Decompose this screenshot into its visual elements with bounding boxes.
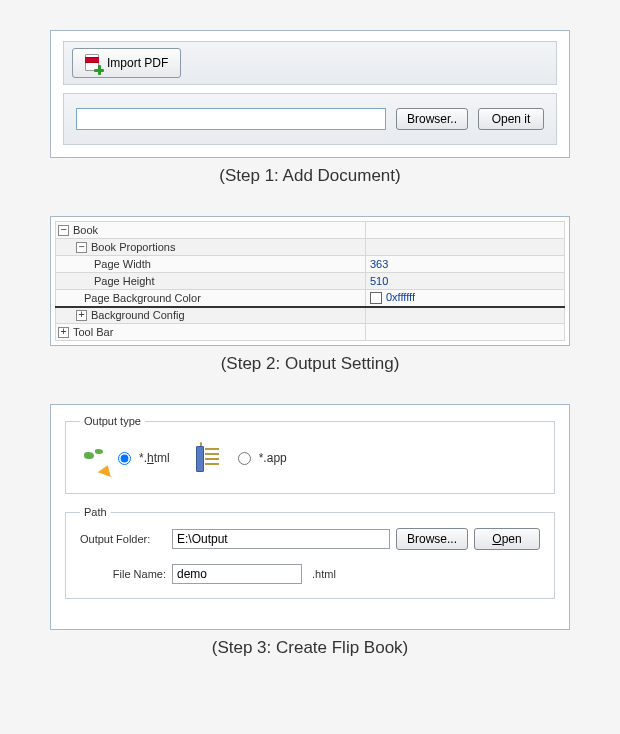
file-name-label: File Name: xyxy=(102,568,166,580)
output-type-legend: Output type xyxy=(80,415,145,427)
import-pdf-button[interactable]: Import PDF xyxy=(72,48,181,78)
tree-row-bg-config[interactable]: +Background Config xyxy=(56,307,565,324)
output-type-html-label: *.html xyxy=(139,451,170,465)
step3-caption: (Step 3: Create Flip Book) xyxy=(50,638,570,658)
color-swatch-icon[interactable] xyxy=(370,292,382,304)
tree-label: Page Background Color xyxy=(84,292,201,304)
output-type-group: Output type *.html *.app xyxy=(65,415,555,494)
output-type-html-radio[interactable] xyxy=(118,452,131,465)
preview-swatch xyxy=(317,437,407,479)
browser-button[interactable]: Browser.. xyxy=(396,108,468,130)
tree-label: Page Height xyxy=(94,275,155,287)
app-package-icon xyxy=(200,443,230,473)
step1-caption: (Step 1: Add Document) xyxy=(50,166,570,186)
expand-icon[interactable]: + xyxy=(76,310,87,321)
globe-icon xyxy=(80,443,110,473)
tree-row-book[interactable]: −Book xyxy=(56,222,565,239)
step3-panel: Output type *.html *.app Path Output Fol… xyxy=(50,404,570,630)
tree-row-page-height[interactable]: Page Height 510 xyxy=(56,273,565,290)
output-type-html-option[interactable]: *.html xyxy=(80,443,170,473)
tree-row-book-proportions[interactable]: −Book Proportions xyxy=(56,239,565,256)
output-folder-input[interactable] xyxy=(172,529,390,549)
tree-label: Tool Bar xyxy=(73,326,113,338)
step1-filerow: Browser.. Open it xyxy=(63,93,557,145)
file-ext-label: .html xyxy=(312,568,336,580)
collapse-icon[interactable]: − xyxy=(58,225,69,236)
browse-button[interactable]: Browse... xyxy=(396,528,468,550)
open-button[interactable]: Open xyxy=(474,528,540,550)
tree-label: Page Width xyxy=(94,258,151,270)
tree-value[interactable]: 510 xyxy=(370,275,388,287)
tree-value[interactable]: 363 xyxy=(370,258,388,270)
file-name-input[interactable] xyxy=(172,564,302,584)
tree-label: Book Proportions xyxy=(91,241,175,253)
step1-panel: Import PDF Browser.. Open it xyxy=(50,30,570,158)
tree-row-tool-bar[interactable]: +Tool Bar xyxy=(56,324,565,341)
tree-label: Book xyxy=(73,224,98,236)
import-pdf-label: Import PDF xyxy=(107,56,168,70)
tree-value[interactable]: 0xffffff xyxy=(386,291,415,303)
path-group: Path Output Folder: Browse... Open File … xyxy=(65,506,555,599)
output-type-app-radio[interactable] xyxy=(238,452,251,465)
pdf-add-icon xyxy=(85,54,101,72)
open-it-button[interactable]: Open it xyxy=(478,108,544,130)
step2-caption: (Step 2: Output Setting) xyxy=(50,354,570,374)
collapse-icon[interactable]: − xyxy=(76,242,87,253)
settings-tree: −Book −Book Proportions Page Width 363 P… xyxy=(55,221,565,341)
step1-toolbar: Import PDF xyxy=(63,41,557,85)
path-legend: Path xyxy=(80,506,111,518)
file-path-input[interactable] xyxy=(76,108,386,130)
output-type-app-option[interactable]: *.app xyxy=(200,443,287,473)
tree-label: Background Config xyxy=(91,309,185,321)
output-type-app-label: *.app xyxy=(259,451,287,465)
expand-icon[interactable]: + xyxy=(58,327,69,338)
step2-panel: −Book −Book Proportions Page Width 363 P… xyxy=(50,216,570,346)
output-folder-label: Output Folder: xyxy=(80,533,166,545)
tree-row-page-width[interactable]: Page Width 363 xyxy=(56,256,565,273)
tree-row-page-bg-color[interactable]: Page Background Color 0xffffff xyxy=(56,290,565,307)
